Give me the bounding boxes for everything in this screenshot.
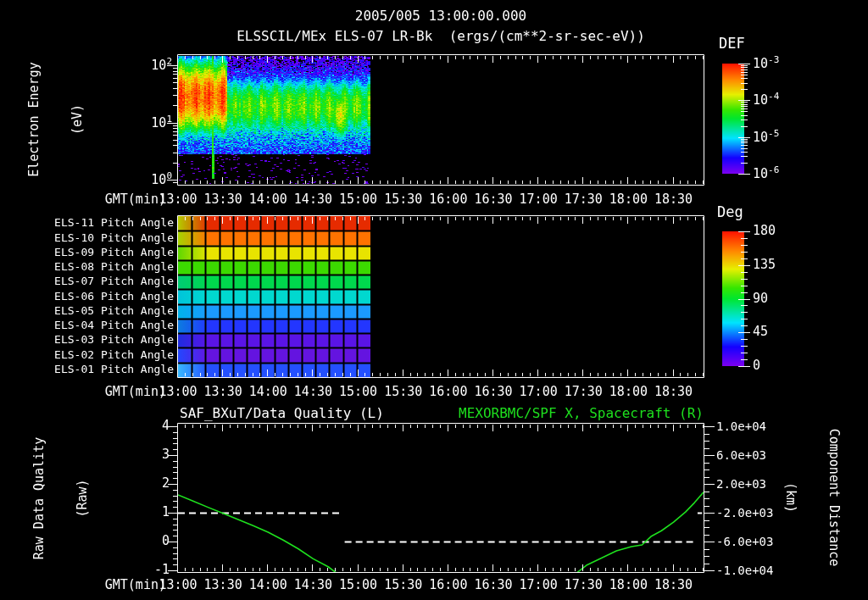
- deg-tick-label: 0: [753, 358, 760, 373]
- pitch-angle-heatmap: [178, 216, 704, 377]
- time-tick-label: 16:30: [474, 385, 512, 399]
- pitch-row-label: ELS-01 Pitch Angle: [47, 364, 174, 376]
- time-tick-label: 15:30: [384, 385, 422, 399]
- time-tick-label: 13:30: [204, 385, 242, 399]
- time-tick-label: 14:30: [294, 192, 332, 207]
- time-tick-label: 15:00: [339, 578, 377, 592]
- pitch-row-label: ELS-05 Pitch Angle: [47, 305, 174, 318]
- time-tick-label: 17:00: [520, 578, 558, 592]
- time-tick-label: 16:00: [429, 578, 467, 592]
- bottom-title-right: MEXORBMC/SPF X, Spacecraft (R): [459, 406, 704, 421]
- quality-tick-label: 3: [119, 447, 170, 462]
- time-tick-label: 14:30: [294, 578, 332, 592]
- energy-tick-label: 102: [120, 57, 172, 73]
- time-tick-label: 17:00: [520, 192, 558, 207]
- distance-tick-label: -6.0e+03: [716, 535, 773, 548]
- time-tick-label: 13:30: [204, 578, 242, 592]
- time-tick-label: 16:00: [429, 192, 467, 207]
- time-tick-label: 18:30: [654, 385, 693, 399]
- time-tick-label: 16:30: [474, 578, 512, 592]
- distance-tick-label: -2.0e+03: [716, 506, 773, 519]
- distance-tick-label: 6.0e+03: [716, 448, 766, 462]
- time-tick-label: 13:00: [159, 385, 197, 399]
- time-tick-label: 17:30: [565, 385, 603, 399]
- time-tick-label: 13:00: [159, 578, 197, 592]
- bottom-title-left: SAF_BXuT/Data Quality (L): [180, 406, 384, 421]
- time-tick-label: 17:30: [565, 192, 603, 207]
- time-tick-label: 18:00: [609, 385, 648, 399]
- pitch-row-label: ELS-02 Pitch Angle: [47, 349, 174, 362]
- def-tick-label: 10-5: [753, 129, 779, 145]
- deg-colorbar-title: Deg: [717, 204, 743, 221]
- pitch-row-label: ELS-08 Pitch Angle: [47, 261, 174, 274]
- quality-tick-label: 2: [119, 476, 170, 491]
- time-tick-label: 13:00: [159, 192, 197, 207]
- quality-distance-plot: [178, 424, 704, 572]
- pitch-row-label: ELS-09 Pitch Angle: [47, 247, 174, 259]
- time-tick-label: 14:30: [294, 385, 332, 399]
- date-title: 2005/005 13:00:00.000: [355, 8, 526, 24]
- time-tick-label: 15:00: [339, 192, 377, 207]
- quality-tick-label: -1: [119, 563, 170, 577]
- time-tick-label: 18:30: [654, 192, 693, 207]
- def-colorbar-title: DEF: [719, 36, 745, 53]
- energy-tick-label: 101: [120, 114, 172, 131]
- time-tick-label: 17:00: [520, 385, 558, 399]
- gmt-label-bottom: GMT(min): [81, 578, 166, 592]
- def-tick-label: 10-6: [753, 165, 779, 181]
- def-tick-label: 10-3: [753, 55, 779, 71]
- time-tick-label: 18:00: [609, 578, 648, 592]
- bottom-left-axis-label: Raw Data Quality (Raw): [3, 437, 120, 560]
- deg-tick-label: 180: [753, 224, 776, 238]
- deg-tick-label: 45: [753, 325, 768, 339]
- pitch-row-label: ELS-07 Pitch Angle: [47, 275, 174, 288]
- plot-figure: 2005/005 13:00:00.000 ELSSCIL/MEx ELS-07…: [0, 0, 868, 600]
- time-tick-label: 13:30: [204, 192, 242, 207]
- pitch-row-label: ELS-06 Pitch Angle: [47, 291, 174, 303]
- deg-tick-label: 90: [753, 292, 768, 306]
- quality-tick-label: 1: [119, 505, 170, 519]
- gmt-label-middle: GMT(min): [81, 385, 166, 399]
- pitch-row-label: ELS-10 Pitch Angle: [47, 232, 174, 245]
- time-tick-label: 14:00: [249, 578, 287, 592]
- time-tick-label: 16:00: [429, 385, 467, 399]
- time-tick-label: 17:30: [565, 578, 603, 592]
- distance-tick-label: 1.0e+04: [716, 419, 766, 433]
- time-tick-label: 18:30: [654, 578, 693, 592]
- gmt-label-top: GMT(min): [81, 192, 166, 207]
- distance-tick-label: -1.0e+04: [716, 564, 773, 577]
- time-tick-label: 15:30: [384, 192, 422, 207]
- quality-tick-label: 0: [119, 534, 170, 548]
- spectrogram-y-axis-label: Electron Energy (eV): [0, 62, 114, 176]
- distance-tick-label: 2.0e+03: [716, 477, 766, 491]
- time-tick-label: 14:00: [249, 385, 287, 399]
- pitch-row-label: ELS-04 Pitch Angle: [47, 319, 174, 332]
- pitch-row-label: ELS-11 Pitch Angle: [47, 217, 174, 230]
- plot-subtitle: ELSSCIL/MEx ELS-07 LR-Bk (ergs/(cm**2-sr…: [236, 29, 645, 44]
- deg-tick-label: 135: [753, 258, 776, 272]
- pitch-row-label: ELS-03 Pitch Angle: [47, 334, 174, 347]
- electron-energy-spectrogram: [178, 55, 704, 185]
- def-colorbar: [722, 64, 744, 174]
- time-tick-label: 14:00: [249, 192, 287, 207]
- def-tick-label: 10-4: [753, 92, 779, 108]
- time-tick-label: 15:00: [339, 385, 377, 399]
- quality-tick-label: 4: [119, 419, 170, 433]
- deg-colorbar: [722, 231, 744, 366]
- energy-tick-label: 100: [120, 171, 172, 187]
- time-tick-label: 16:30: [474, 192, 512, 207]
- time-tick-label: 18:00: [609, 192, 648, 207]
- time-tick-label: 15:30: [384, 578, 422, 592]
